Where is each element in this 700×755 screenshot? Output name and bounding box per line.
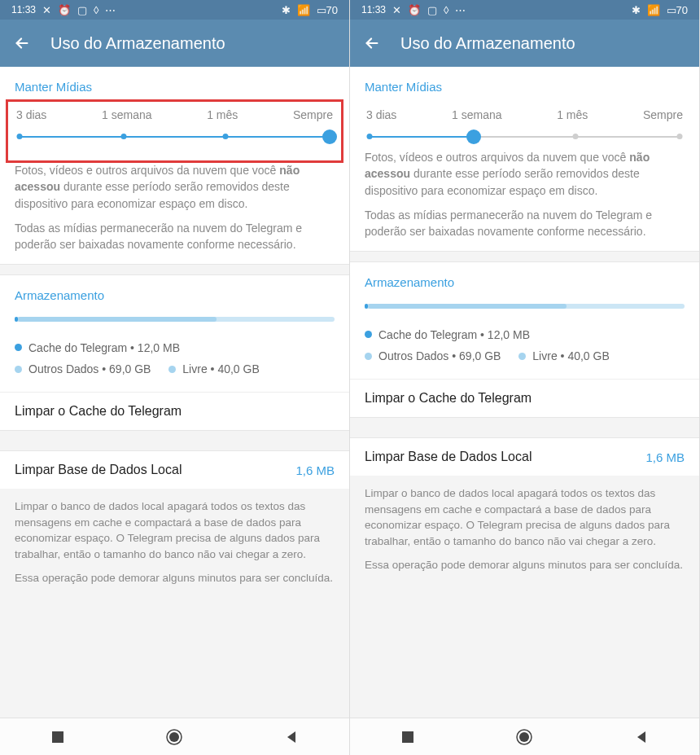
nav-home[interactable] [515, 728, 533, 746]
local-db-desc: Limpar o banco de dados local apagará to… [0, 489, 349, 596]
bluetooth-icon: ✱ [282, 4, 291, 16]
clear-local-db-button[interactable]: Limpar Base de Dados Local 1,6 MB [350, 438, 699, 476]
local-db-size: 1,6 MB [295, 463, 335, 477]
phone-left: 11:33 ✕ ⏰ ▢ ◊ ⋯ ✱ 📶 ▭70 Uso do Armazenam… [0, 0, 350, 755]
status-time: 11:33 [361, 4, 386, 15]
legend-cache: Cache do Telegram • 12,0 MB [365, 324, 530, 346]
back-button[interactable] [13, 34, 31, 52]
keep-media-title: Manter Mídias [365, 80, 685, 94]
slider-label: Sempre [643, 108, 683, 121]
slider-label: 1 mês [557, 108, 588, 121]
legend-free: Livre • 40,0 GB [518, 345, 609, 367]
nav-bar [350, 718, 699, 755]
keep-media-desc2: Todas as mídias permanecerão na nuvem do… [15, 220, 335, 253]
slider-thumb[interactable] [322, 129, 337, 144]
nav-bar [0, 718, 349, 755]
nav-home[interactable] [165, 728, 183, 746]
clear-cache-button[interactable]: Limpar o Cache do Telegram [0, 392, 349, 430]
phone-right: 11:33 ✕ ⏰ ▢ ◊ ⋯ ✱ 📶 ▭70 Uso do Armazenam… [350, 0, 700, 755]
storage-title: Armazenamento [15, 288, 335, 302]
sync-icon: ◊ [94, 4, 98, 16]
sync-icon: ◊ [444, 4, 448, 16]
keep-media-slider[interactable]: 3 dias 1 semana 1 mês Sempre [13, 107, 336, 156]
dnd-icon: ✕ [42, 4, 51, 16]
cast-icon: ▢ [427, 4, 437, 16]
storage-bar [15, 317, 335, 322]
status-bar: 11:33 ✕ ⏰ ▢ ◊ ⋯ ✱ 📶 ▭70 [350, 0, 699, 20]
local-db-size: 1,6 MB [645, 450, 685, 464]
legend-other: Outros Dados • 69,0 GB [365, 345, 501, 367]
back-button[interactable] [363, 34, 381, 52]
alarm-icon: ⏰ [408, 4, 421, 16]
slider-thumb[interactable] [466, 129, 481, 144]
nav-back[interactable] [634, 730, 649, 744]
app-bar: Uso do Armazenamento [350, 20, 699, 67]
legend-cache: Cache do Telegram • 12,0 MB [15, 337, 180, 359]
legend-other: Outros Dados • 69,0 GB [15, 358, 151, 380]
nav-recent[interactable] [50, 730, 65, 744]
cast-icon: ▢ [77, 4, 87, 16]
more-icon: ⋯ [455, 4, 466, 16]
signal-icon: 📶 [297, 4, 310, 16]
slider-label: 3 dias [366, 108, 396, 121]
clear-local-db-button[interactable]: Limpar Base de Dados Local 1,6 MB [0, 451, 349, 489]
more-icon: ⋯ [105, 4, 116, 16]
svg-point-5 [519, 732, 529, 742]
svg-point-2 [169, 732, 179, 742]
nav-back[interactable] [284, 730, 299, 744]
svg-rect-3 [402, 731, 413, 743]
slider-label: 1 semana [102, 108, 151, 121]
battery-icon: ▭70 [317, 4, 338, 16]
keep-media-desc: Fotos, vídeos e outros arquivos da nuvem… [365, 149, 685, 199]
local-db-desc: Limpar o banco de dados local apagará to… [350, 476, 699, 583]
storage-bar [365, 304, 685, 309]
bluetooth-icon: ✱ [632, 4, 641, 16]
slider-label: 1 semana [452, 108, 501, 121]
svg-rect-0 [52, 731, 63, 743]
slider-label: Sempre [293, 108, 333, 121]
page-title: Uso do Armazenamento [400, 34, 575, 53]
clear-cache-button[interactable]: Limpar o Cache do Telegram [350, 379, 699, 417]
keep-media-title: Manter Mídias [15, 80, 335, 94]
dnd-icon: ✕ [392, 4, 401, 16]
legend-free: Livre • 40,0 GB [168, 358, 259, 380]
battery-icon: ▭70 [667, 4, 688, 16]
keep-media-desc: Fotos, vídeos e outros arquivos da nuvem… [15, 162, 335, 212]
signal-icon: 📶 [647, 4, 660, 16]
alarm-icon: ⏰ [58, 4, 71, 16]
page-title: Uso do Armazenamento [50, 34, 225, 53]
keep-media-slider[interactable]: 3 dias 1 semana 1 mês Sempre [366, 108, 683, 141]
slider-label: 3 dias [16, 108, 46, 121]
keep-media-desc2: Todas as mídias permanecerão na nuvem do… [365, 207, 685, 240]
storage-title: Armazenamento [365, 275, 685, 289]
app-bar: Uso do Armazenamento [0, 20, 349, 67]
slider-label: 1 mês [207, 108, 238, 121]
nav-recent[interactable] [400, 730, 415, 744]
status-time: 11:33 [11, 4, 36, 15]
status-bar: 11:33 ✕ ⏰ ▢ ◊ ⋯ ✱ 📶 ▭70 [0, 0, 349, 20]
